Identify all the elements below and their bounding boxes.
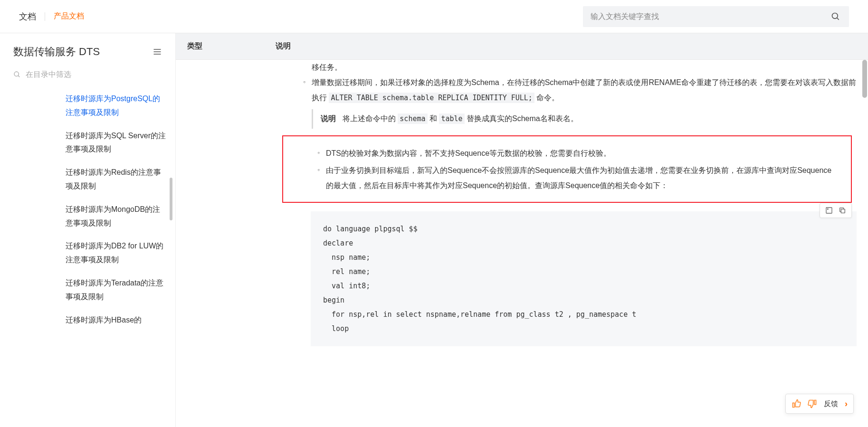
search-box[interactable] <box>583 6 849 27</box>
nav-item-redis[interactable]: 迁移时源库为Redis的注意事项及限制 <box>66 166 175 193</box>
nav-item-teradata[interactable]: 迁移时源库为Teradata的注意事项及限制 <box>66 276 175 304</box>
code-text: do language plpgsql $$ declare nsp name;… <box>323 225 636 333</box>
nav-item-postgresql[interactable]: 迁移时源库为PostgreSQL的注意事项及限制 <box>66 92 175 120</box>
nav-item-sqlserver[interactable]: 迁移时源库为SQL Server的注意事项及限制 <box>66 129 175 157</box>
nav-list: 迁移时源库为PostgreSQL的注意事项及限制 迁移时源库为SQL Serve… <box>13 92 175 327</box>
content-scrollbar[interactable] <box>862 60 867 98</box>
th-desc: 说明 <box>276 41 868 51</box>
header-title[interactable]: 文档 <box>19 11 36 22</box>
chevron-right-icon[interactable]: › <box>845 399 848 409</box>
content: 类型 说明 移任务。 增量数据迁移期间，如果迁移对象的选择粒度为Schema，在… <box>176 33 868 427</box>
svg-point-0 <box>832 13 838 19</box>
svg-point-5 <box>14 72 19 76</box>
th-type: 类型 <box>176 41 276 51</box>
p1b: 命令。 <box>534 94 559 102</box>
filter-row[interactable] <box>13 70 175 79</box>
copy-icon[interactable] <box>838 206 847 215</box>
thumbs-down-icon[interactable] <box>808 399 817 408</box>
filter-input[interactable] <box>26 70 121 79</box>
header-left: 文档 产品文档 <box>19 11 84 22</box>
menu-icon[interactable] <box>153 47 162 57</box>
nc: 替换成真实的Schema名和表名。 <box>465 114 578 123</box>
page-header: 文档 产品文档 <box>0 0 868 33</box>
svg-line-6 <box>18 76 19 77</box>
search-icon[interactable] <box>830 11 841 22</box>
nav-item-db2[interactable]: 迁移时源库为DB2 for LUW的注意事项及限制 <box>66 239 175 267</box>
code-alter: ALTER TABLE schema.table REPLICA IDENTIT… <box>329 93 534 103</box>
note-label: 说明 <box>321 114 336 123</box>
li-alter-table: 增量数据迁移期间，如果迁移对象的选择粒度为Schema，在待迁移的Schema中… <box>303 75 857 105</box>
thumbs-up-icon[interactable] <box>792 399 801 408</box>
layout: 数据传输服务 DTS 迁移时源库为PostgreSQL的注意事项及限制 迁移时源… <box>0 33 868 427</box>
search-input[interactable] <box>591 12 830 21</box>
li-dts-check: DTS的校验对象为数据内容，暂不支持Sequence等元数据的校验，您需要自行校… <box>317 146 838 161</box>
sidebar: 数据传输服务 DTS 迁移时源库为PostgreSQL的注意事项及限制 迁移时源… <box>0 33 176 427</box>
main-body: 移任务。 增量数据迁移期间，如果迁移对象的选择粒度为Schema，在待迁移的Sc… <box>176 60 868 365</box>
fullscreen-icon[interactable] <box>825 206 833 215</box>
note-text: 将上述命令中的 schema 和 table 替换成真实的Schema名和表名。 <box>343 114 578 123</box>
header-subtitle[interactable]: 产品文档 <box>54 11 84 21</box>
nav-item-mongodb[interactable]: 迁移时源库为MongoDB的注意事项及限制 <box>66 203 175 230</box>
highlight-box: DTS的校验对象为数据内容，暂不支持Sequence等元数据的校验，您需要自行校… <box>282 135 852 203</box>
svg-point-8 <box>828 209 829 210</box>
trail-text: 移任务。 <box>312 60 857 75</box>
nc2: table <box>439 114 464 124</box>
na: 将上述命令中的 <box>343 114 398 123</box>
table-head: 类型 说明 <box>176 33 868 60</box>
feedback-bar: 反馈 › <box>785 394 854 414</box>
svg-rect-7 <box>826 208 832 213</box>
svg-rect-9 <box>841 209 845 213</box>
nc1: schema <box>398 114 427 124</box>
feedback-label: 反馈 <box>824 399 838 408</box>
sidebar-scrollbar[interactable] <box>170 178 172 220</box>
sidebar-head: 数据传输服务 DTS <box>13 45 175 59</box>
product-name[interactable]: 数据传输服务 DTS <box>13 45 100 59</box>
code-actions <box>820 203 852 218</box>
nb: 和 <box>428 114 439 123</box>
nav-item-hbase[interactable]: 迁移时源库为HBase的 <box>66 313 175 327</box>
header-divider <box>45 12 45 21</box>
search-icon <box>13 71 21 78</box>
code-block: do language plpgsql $$ declare nsp name;… <box>311 211 857 346</box>
svg-line-1 <box>837 18 839 19</box>
li-sequence: 由于业务切换到目标端后，新写入的Sequence不会按照源库的Sequence最… <box>317 163 838 193</box>
note-box: 说明 将上述命令中的 schema 和 table 替换成真实的Schema名和… <box>312 109 857 129</box>
